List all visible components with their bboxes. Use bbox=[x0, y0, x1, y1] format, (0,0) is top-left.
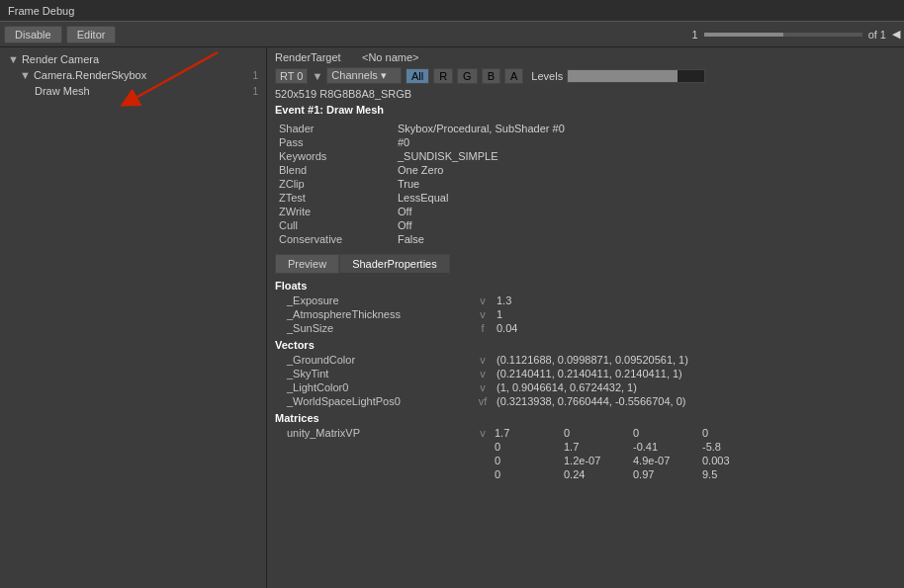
matrix-cell: 9.5 bbox=[700, 467, 769, 481]
right-panel: RenderTarget <No name> RT 0 ▼ Channels ▾… bbox=[267, 47, 904, 588]
channel-b-btn[interactable]: B bbox=[482, 68, 500, 84]
levels-label: Levels bbox=[531, 70, 563, 82]
tree-counter: 1 bbox=[252, 70, 258, 81]
rt-number: RT 0 bbox=[275, 68, 308, 84]
prop-key: ZWrite bbox=[275, 205, 394, 218]
editor-button[interactable]: Editor bbox=[66, 26, 117, 43]
matrix-values: 01.7-0.41-5.8 bbox=[493, 440, 769, 454]
prop-key: ZClip bbox=[275, 177, 394, 191]
tree-item-draw-mesh[interactable]: Draw Mesh 1 bbox=[0, 83, 266, 99]
render-target-label: RenderTarget bbox=[275, 51, 354, 63]
prev-arrow[interactable]: ◀ bbox=[892, 28, 900, 41]
matrix-name: unity_MatrixVP bbox=[275, 427, 473, 439]
vector-row: _GroundColorv(0.1121688, 0.0998871, 0.09… bbox=[275, 353, 896, 367]
resolution-line: 520x519 R8G8B8A8_SRGB bbox=[275, 88, 896, 100]
tree-arrow: ▼ bbox=[8, 53, 19, 65]
tab-shader-properties[interactable]: ShaderProperties bbox=[339, 254, 450, 274]
vector-value: (0.2140411, 0.2140411, 0.2140411, 1) bbox=[493, 367, 896, 380]
float-type: v bbox=[473, 294, 493, 307]
float-name: _AtmosphereThickness bbox=[275, 307, 473, 321]
tree-item-camera-render-skybox[interactable]: ▼ Camera.RenderSkybox 1 bbox=[0, 67, 266, 83]
prop-key: Blend bbox=[275, 163, 394, 177]
vector-name: _LightColor0 bbox=[275, 380, 473, 394]
prop-row: CullOff bbox=[275, 218, 896, 232]
matrix-cell: 0 bbox=[493, 440, 562, 454]
channel-g-btn[interactable]: G bbox=[457, 68, 478, 84]
channel-all-btn[interactable]: All bbox=[406, 68, 429, 84]
float-row: _SunSizef0.04 bbox=[275, 321, 896, 335]
prop-value: #0 bbox=[394, 135, 896, 149]
float-value: 0.04 bbox=[493, 321, 896, 335]
prop-value: False bbox=[394, 232, 896, 246]
tree-item-render-camera[interactable]: ▼ Render Camera bbox=[0, 51, 266, 67]
float-type: f bbox=[473, 321, 493, 335]
matrix-cell: 0 bbox=[493, 467, 562, 481]
matrix-cell: 0.003 bbox=[700, 454, 769, 467]
floats-table: _Exposurev1.3_AtmosphereThicknessv1_SunS… bbox=[275, 294, 896, 335]
tree-label: Render Camera bbox=[22, 53, 99, 65]
matrices-section-title: Matrices bbox=[275, 412, 896, 424]
matrix-cell: -0.41 bbox=[631, 440, 700, 454]
prop-key: ZTest bbox=[275, 191, 394, 205]
matrix-cell: 1.7 bbox=[562, 440, 631, 454]
channel-r-btn[interactable]: R bbox=[433, 68, 453, 84]
matrix-cell: 0.97 bbox=[631, 467, 700, 481]
float-type: v bbox=[473, 307, 493, 321]
prop-row: ZTestLessEqual bbox=[275, 191, 896, 205]
matrix-cell: 0 bbox=[700, 426, 769, 440]
matrix-cell: 0 bbox=[562, 426, 631, 440]
render-target-row: RenderTarget <No name> bbox=[275, 51, 896, 63]
properties-table: ShaderSkybox/Procedural, SubShader #0Pas… bbox=[275, 122, 896, 246]
vector-name: _GroundColor bbox=[275, 353, 473, 367]
title-bar: Frame Debug bbox=[0, 0, 904, 22]
floats-section-title: Floats bbox=[275, 280, 896, 292]
vector-value: (0.1121688, 0.0998871, 0.09520561, 1) bbox=[493, 353, 896, 367]
tree-label: Camera.RenderSkybox bbox=[34, 69, 146, 81]
page-slider[interactable] bbox=[704, 33, 862, 37]
prop-row: ZWriteOff bbox=[275, 205, 896, 218]
float-name: _Exposure bbox=[275, 294, 473, 307]
float-value: 1 bbox=[493, 307, 896, 321]
prop-value: _SUNDISK_SIMPLE bbox=[394, 149, 896, 163]
prop-row: BlendOne Zero bbox=[275, 163, 896, 177]
toolbar-slider-area: 1 of 1 ◀ bbox=[120, 28, 900, 41]
vector-row: _SkyTintv(0.2140411, 0.2140411, 0.214041… bbox=[275, 367, 896, 380]
prop-value: Skybox/Procedural, SubShader #0 bbox=[394, 122, 896, 135]
matrices-container: unity_MatrixVP v 1.7000 01.7-0.41-5.8 01… bbox=[275, 426, 896, 481]
vector-value: (0.3213938, 0.7660444, -0.5566704, 0) bbox=[493, 394, 896, 408]
matrix-values: 01.2e-074.9e-070.003 bbox=[493, 454, 769, 467]
disable-button[interactable]: Disable bbox=[4, 26, 62, 43]
page-num: 1 bbox=[692, 29, 698, 41]
prop-row: Pass#0 bbox=[275, 135, 896, 149]
vectors-section-title: Vectors bbox=[275, 339, 896, 351]
prop-row: ShaderSkybox/Procedural, SubShader #0 bbox=[275, 122, 896, 135]
tree-arrow: ▼ bbox=[20, 69, 31, 81]
channel-a-btn[interactable]: A bbox=[504, 68, 523, 84]
tree-counter: 1 bbox=[252, 86, 258, 97]
levels-bar[interactable] bbox=[567, 69, 705, 83]
prop-key: Keywords bbox=[275, 149, 394, 163]
float-value: 1.3 bbox=[493, 294, 896, 307]
tab-preview[interactable]: Preview bbox=[275, 254, 339, 274]
render-target-name: <No name> bbox=[362, 51, 418, 63]
matrix-row: unity_MatrixVP v 1.7000 01.7-0.41-5.8 01… bbox=[275, 426, 896, 481]
rt-dropdown-arrow[interactable]: ▼ bbox=[312, 70, 322, 82]
channels-dropdown[interactable]: Channels ▾ bbox=[326, 67, 402, 84]
main-layout: ▼ Render Camera ▼ Camera.RenderSkybox 1 … bbox=[0, 47, 904, 588]
prop-key: Cull bbox=[275, 218, 394, 232]
matrix-cell: -5.8 bbox=[700, 440, 769, 454]
prop-value: True bbox=[394, 177, 896, 191]
left-panel: ▼ Render Camera ▼ Camera.RenderSkybox 1 … bbox=[0, 47, 267, 588]
matrix-values: 1.7000 bbox=[493, 426, 769, 440]
prop-key: Shader bbox=[275, 122, 394, 135]
matrix-cell: 0 bbox=[493, 454, 562, 467]
tab-bar: Preview ShaderProperties bbox=[275, 254, 896, 274]
event-title: Event #1: Draw Mesh bbox=[275, 104, 896, 116]
toolbar: Disable Editor 1 of 1 ◀ bbox=[0, 22, 904, 47]
vectors-table: _GroundColorv(0.1121688, 0.0998871, 0.09… bbox=[275, 353, 896, 408]
prop-row: ZClipTrue bbox=[275, 177, 896, 191]
float-row: _Exposurev1.3 bbox=[275, 294, 896, 307]
prop-key: Conservative bbox=[275, 232, 394, 246]
vector-name: _WorldSpaceLightPos0 bbox=[275, 394, 473, 408]
prop-row: Keywords_SUNDISK_SIMPLE bbox=[275, 149, 896, 163]
